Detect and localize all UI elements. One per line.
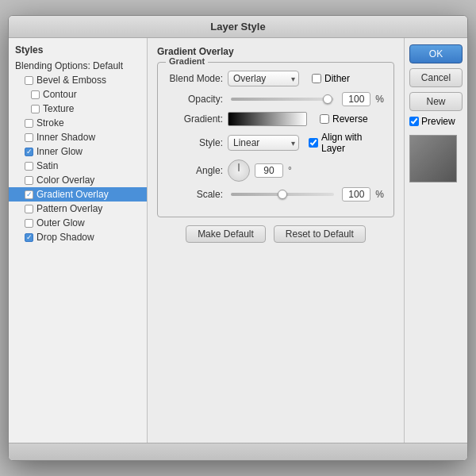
gradient-label: Gradient: (167, 113, 223, 125)
blend-mode-row: Blend Mode: Overlay Normal Multiply Scre… (167, 71, 384, 86)
sidebar-item-inner-shadow[interactable]: Inner Shadow (9, 130, 147, 144)
sidebar-label-gradient-overlay: Gradient Overlay (36, 189, 109, 200)
align-row: Align with Layer (309, 132, 384, 154)
checkbox-texture (31, 105, 40, 113)
preview-row: Preview (409, 116, 463, 127)
sidebar-item-pattern-overlay[interactable]: Pattern Overlay (9, 202, 147, 216)
make-default-button[interactable]: Make Default (186, 225, 266, 243)
opacity-slider[interactable] (231, 98, 334, 101)
title-bar: Layer Style (9, 16, 467, 38)
preview-box (409, 135, 457, 182)
scale-value[interactable]: 100 (342, 187, 370, 202)
opacity-label: Opacity: (167, 94, 223, 105)
angle-dial[interactable] (228, 159, 250, 182)
checkbox-stroke (25, 119, 33, 128)
reverse-label: Reverse (332, 113, 368, 125)
opacity-row: Opacity: 100 % (167, 92, 384, 106)
checkbox-contour (31, 90, 40, 99)
ok-button[interactable]: OK (409, 44, 463, 63)
window-title: Layer Style (210, 21, 265, 33)
gradient-group-label: Gradient (166, 56, 208, 66)
style-label: Style: (167, 137, 223, 148)
gradient-row: Gradient: Reverse (167, 112, 384, 126)
sidebar-item-outer-glow[interactable]: Outer Glow (9, 216, 147, 230)
angle-row: Angle: 90 ° (167, 159, 384, 182)
reset-default-button[interactable]: Reset to Default (274, 225, 366, 243)
sidebar-list: Blending Options: DefaultBevel & EmbossC… (9, 59, 147, 244)
preview-checkbox[interactable] (409, 117, 419, 126)
sidebar-item-stroke[interactable]: Stroke (9, 116, 147, 130)
scale-label: Scale: (167, 189, 223, 200)
sidebar-label-blending: Blending Options: Default (15, 60, 123, 71)
sidebar-label-drop-shadow: Drop Shadow (36, 232, 94, 243)
scale-row: Scale: 100 % (167, 187, 384, 202)
scale-slider[interactable] (231, 193, 334, 196)
sidebar-label-inner-shadow: Inner Shadow (36, 132, 95, 143)
panel-title: Gradient Overlay (157, 46, 394, 57)
dither-row: Dither (312, 73, 350, 84)
reverse-checkbox[interactable] (320, 114, 329, 124)
sidebar-label-inner-glow: Inner Glow (36, 146, 83, 157)
sidebar-item-color-overlay[interactable]: Color Overlay (9, 173, 147, 187)
checkbox-gradient-overlay: ✓ (25, 190, 33, 199)
sidebar-label-contour: Contour (43, 89, 77, 100)
sidebar-label-outer-glow: Outer Glow (36, 217, 85, 228)
dither-label: Dither (324, 73, 350, 84)
checkbox-inner-glow: ✓ (25, 148, 33, 156)
scale-unit: % (375, 189, 384, 200)
sidebar-item-bevel[interactable]: Bevel & Emboss (9, 73, 147, 87)
sidebar-label-satin: Satin (36, 160, 58, 171)
reverse-row: Reverse (320, 113, 368, 125)
sidebar-item-contour[interactable]: Contour (9, 87, 147, 102)
sidebar-label-pattern-overlay: Pattern Overlay (36, 203, 102, 214)
checkbox-pattern-overlay (25, 205, 33, 213)
new-button[interactable]: New (409, 92, 463, 111)
button-row: Make Default Reset to Default (157, 225, 394, 243)
blend-mode-select[interactable]: Overlay Normal Multiply Screen (228, 71, 299, 86)
checkbox-bevel (25, 76, 33, 85)
checkbox-satin (25, 162, 33, 171)
sidebar-item-blending[interactable]: Blending Options: Default (9, 59, 147, 73)
gradient-picker[interactable] (228, 112, 307, 126)
preview-label: Preview (421, 116, 455, 127)
style-row: Style: Linear Radial Angle Reflected Dia… (167, 132, 384, 154)
angle-label: Angle: (167, 165, 223, 176)
cancel-button[interactable]: Cancel (409, 68, 463, 87)
sidebar-header: Styles (9, 41, 147, 59)
right-panel: OK Cancel New Preview (404, 38, 467, 443)
angle-value[interactable]: 90 (255, 163, 283, 178)
sidebar-item-satin[interactable]: Satin (9, 159, 147, 173)
layer-style-window: Layer Style Styles Blending Options: Def… (8, 15, 468, 461)
main-content: Gradient Overlay Gradient Blend Mode: Ov… (148, 38, 404, 443)
style-select[interactable]: Linear Radial Angle Reflected Diamond (228, 135, 299, 151)
dither-checkbox[interactable] (312, 74, 321, 83)
checkbox-color-overlay (25, 176, 33, 185)
sidebar-item-texture[interactable]: Texture (9, 102, 147, 116)
sidebar-item-drop-shadow[interactable]: ✓Drop Shadow (9, 230, 147, 244)
gradient-group: Gradient Blend Mode: Overlay Normal Mult… (157, 62, 394, 217)
angle-unit: ° (288, 165, 292, 176)
align-label: Align with Layer (321, 132, 384, 154)
sidebar: Styles Blending Options: DefaultBevel & … (9, 38, 148, 443)
bottom-bar (9, 443, 467, 460)
opacity-unit: % (375, 94, 384, 105)
opacity-value[interactable]: 100 (342, 92, 370, 106)
sidebar-item-gradient-overlay[interactable]: ✓Gradient Overlay (9, 187, 147, 202)
blend-mode-select-wrapper[interactable]: Overlay Normal Multiply Screen (228, 71, 299, 86)
style-select-wrapper[interactable]: Linear Radial Angle Reflected Diamond (228, 135, 299, 151)
checkbox-inner-shadow (25, 133, 33, 142)
sidebar-label-texture: Texture (43, 103, 74, 114)
checkbox-drop-shadow: ✓ (25, 233, 33, 242)
sidebar-label-stroke: Stroke (36, 117, 64, 129)
sidebar-item-inner-glow[interactable]: ✓Inner Glow (9, 144, 147, 159)
blend-mode-label: Blend Mode: (167, 73, 223, 84)
align-checkbox[interactable] (309, 138, 318, 148)
sidebar-label-color-overlay: Color Overlay (36, 175, 94, 186)
sidebar-label-bevel: Bevel & Emboss (36, 75, 106, 86)
checkbox-outer-glow (25, 219, 33, 228)
